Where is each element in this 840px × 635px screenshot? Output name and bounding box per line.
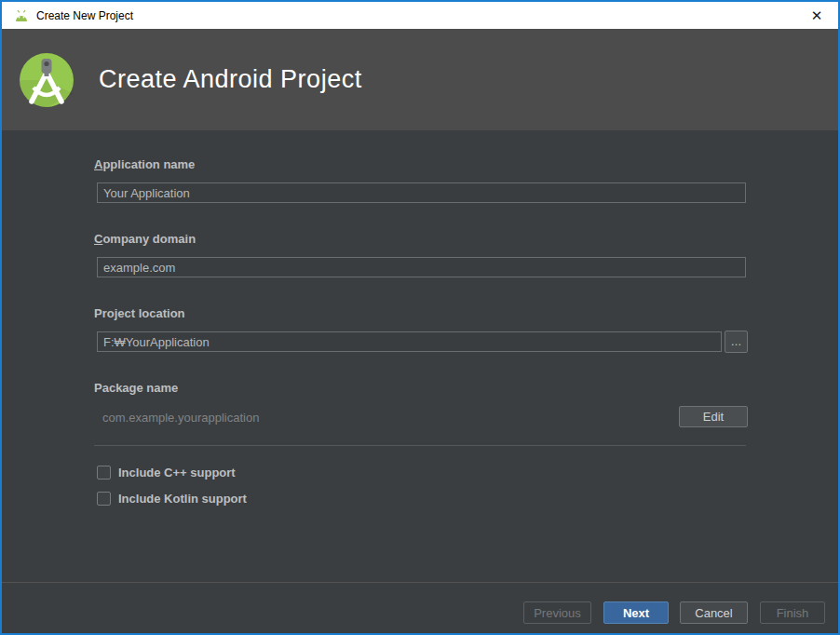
application-name-label: Application name [94, 157, 195, 171]
package-name-label: Package name [94, 381, 178, 395]
edit-package-button[interactable]: Edit [679, 406, 748, 427]
finish-button: Finish [760, 601, 825, 624]
wizard-header: Create Android Project [2, 29, 838, 130]
section-divider [94, 445, 746, 446]
android-head-icon [13, 9, 30, 22]
window-title: Create New Project [36, 9, 133, 22]
browse-folder-button[interactable]: … [725, 331, 748, 353]
next-button[interactable]: Next [603, 601, 669, 624]
project-location-label: Project location [94, 306, 185, 320]
company-domain-label: Company domain [94, 232, 196, 246]
titlebar[interactable]: Create New Project ✕ [2, 2, 838, 29]
project-location-input[interactable] [97, 331, 722, 352]
android-studio-logo-icon [20, 53, 74, 107]
cancel-button[interactable]: Cancel [680, 601, 748, 624]
company-domain-input[interactable] [97, 257, 746, 277]
include-cpp-checkbox-row[interactable]: Include C++ support [97, 466, 236, 480]
include-kotlin-label: Include Kotlin support [118, 492, 247, 506]
close-icon[interactable]: ✕ [795, 2, 838, 29]
page-title: Create Android Project [99, 65, 362, 94]
application-name-input[interactable] [97, 182, 746, 203]
previous-button: Previous [523, 601, 591, 624]
include-cpp-checkbox[interactable] [97, 466, 111, 480]
create-new-project-dialog: Create New Project ✕ Create Android Proj… [0, 0, 840, 635]
include-kotlin-checkbox[interactable] [97, 492, 111, 506]
include-kotlin-checkbox-row[interactable]: Include Kotlin support [97, 492, 247, 506]
package-name-value: com.example.yourapplication [102, 411, 259, 425]
footer-divider [2, 582, 838, 583]
include-cpp-label: Include C++ support [118, 466, 236, 480]
